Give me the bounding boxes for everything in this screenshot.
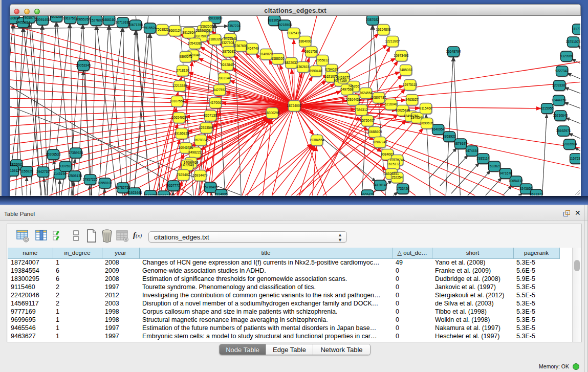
table-cell[interactable]: 2008 (102, 258, 139, 267)
table-cell[interactable]: 9115460 (8, 283, 53, 291)
table-cell[interactable]: 18300295 (8, 275, 53, 283)
table-cell[interactable]: 18724007 (8, 258, 53, 267)
tab-edge-table[interactable]: Edge Table (266, 344, 313, 355)
column-header-name[interactable]: name (8, 248, 53, 258)
table-vertical-scrollbar[interactable] (572, 248, 581, 342)
table-cell[interactable]: 9463627 (8, 332, 53, 340)
column-header-title[interactable]: title (139, 248, 393, 258)
table-row[interactable]: 911546021997Tourette syndrome. Phenomeno… (8, 283, 559, 291)
table-cell[interactable]: 5.3E-5 (513, 283, 559, 291)
table-cell[interactable]: 1 (53, 258, 102, 267)
table-cell[interactable]: Structural magnetic resonance image aver… (139, 316, 393, 324)
table-cell[interactable]: Nakamura et al. (1997) (432, 324, 513, 332)
table-cell[interactable]: 1 (53, 316, 102, 324)
table-cell[interactable]: Genome-wide association studies in ADHD. (139, 267, 393, 275)
table-cell[interactable]: 0 (393, 324, 432, 332)
tab-network-table[interactable]: Network Table (313, 344, 370, 355)
table-cell[interactable]: 2 (53, 291, 102, 299)
column-icon[interactable] (35, 229, 48, 243)
table-cell[interactable]: Changes of HCN gene expression and I(f) … (139, 258, 393, 267)
table-cell[interactable]: 1997 (102, 332, 139, 340)
table-row[interactable]: 977716911998Corpus callosum shape and si… (8, 308, 559, 316)
row-height-icon[interactable] (70, 229, 83, 243)
table-row[interactable]: 2242004622012Investigating the contribut… (8, 291, 559, 299)
table-cell[interactable]: 5.3E-5 (513, 308, 559, 316)
table-cell[interactable]: 1998 (102, 308, 139, 316)
table-cell[interactable]: 9777169 (8, 308, 53, 316)
table-cell[interactable]: Tibbo et al. (1998) (432, 308, 513, 316)
table-cell[interactable]: Yano et al. (2008) (432, 258, 513, 267)
table-settings-icon[interactable] (16, 229, 30, 243)
attribute-table[interactable]: namein_degreeyeartitle△ out_de…shortpage… (8, 248, 573, 342)
table-cell[interactable]: 1 (53, 324, 102, 332)
table-header-row[interactable]: namein_degreeyeartitle△ out_de…shortpage… (8, 248, 559, 258)
table-row[interactable]: 946362711997Embryonic stem cells: a mode… (8, 332, 559, 340)
float-window-icon[interactable] (563, 210, 570, 217)
table-cell[interactable]: 5.3E-5 (513, 332, 559, 340)
table-cell[interactable]: 1997 (102, 283, 139, 291)
table-cell[interactable]: 0 (393, 267, 432, 275)
new-document-icon[interactable] (85, 229, 98, 243)
table-cell[interactable]: Disruption of a novel member of a sodium… (139, 299, 393, 308)
table-cell[interactable]: Tourette syndrome. Phenomenology and cla… (139, 283, 393, 291)
table-cell[interactable]: 2009 (102, 267, 139, 275)
table-row[interactable]: 1872400712008Changes of HCN gene express… (8, 258, 559, 267)
table-cell[interactable]: 9699695 (8, 316, 53, 324)
close-icon[interactable]: ✕ (575, 209, 583, 218)
table-cell[interactable]: 0 (393, 332, 432, 340)
table-cell[interactable]: 5.6E-5 (513, 267, 559, 275)
scrollbar-thumb[interactable] (574, 260, 580, 271)
table-row[interactable]: 1938455462009Genome-wide association stu… (8, 267, 559, 275)
table-cell[interactable]: 2003 (102, 299, 139, 308)
table-cell[interactable]: de Silva et al. (2003) (432, 299, 513, 308)
column-header-year[interactable]: year (102, 248, 139, 258)
memory-status-icon[interactable] (573, 363, 579, 370)
table-cell[interactable]: Corpus callosum shape and size in male p… (139, 308, 393, 316)
column-header-in_degree[interactable]: in_degree (53, 248, 102, 258)
table-cell[interactable]: 1 (53, 332, 102, 340)
table-cell[interactable]: Jankovic et al. (1997) (432, 283, 513, 291)
column-header-short[interactable]: short (432, 248, 513, 258)
delete-icon[interactable] (100, 229, 114, 243)
table-cell[interactable]: 1997 (102, 324, 139, 332)
table-cell[interactable]: 5.3E-5 (513, 324, 559, 332)
table-cell[interactable]: Embryonic stem cells: a model to study s… (139, 332, 393, 340)
table-cell[interactable]: 5.3E-5 (513, 258, 559, 267)
table-cell[interactable]: 6 (53, 275, 102, 283)
table-cell[interactable]: 0 (393, 299, 432, 308)
table-cell[interactable]: 14569117 (8, 299, 53, 308)
table-cell[interactable]: Dudbridge et al. (2008) (432, 275, 513, 283)
table-cell[interactable]: 0 (393, 308, 432, 316)
table-cell[interactable]: 0 (393, 316, 432, 324)
table-source-dropdown[interactable]: citations_edges.txt ▲▼ (148, 231, 347, 243)
table-cell[interactable]: 19384554 (8, 267, 53, 275)
table-cell[interactable]: 9465546 (8, 324, 53, 332)
table-cell[interactable]: Estimation of significance thresholds fo… (139, 275, 393, 283)
table-cell[interactable]: 1998 (102, 316, 139, 324)
table-cell[interactable]: 2012 (102, 291, 139, 299)
table-cell[interactable]: Estimation of the future numbers of pati… (139, 324, 393, 332)
table-cell[interactable]: Stergiakouli et al. (2012) (432, 291, 513, 299)
table-row[interactable]: 1456911722003Disruption of a novel membe… (8, 299, 559, 308)
table-cell[interactable]: 5.5E-5 (513, 291, 559, 299)
table-cell[interactable]: 2 (53, 299, 102, 308)
table-cell[interactable]: Franke et al. (2009) (432, 267, 513, 275)
table-cell[interactable]: 49 (393, 258, 432, 267)
table-cell[interactable]: 2008 (102, 275, 139, 283)
table-cell[interactable]: 0 (393, 291, 432, 299)
select-rows-icon[interactable] (52, 229, 66, 243)
network-graph-canvas[interactable]: 2620694140557147905074200914069605259106… (10, 16, 580, 195)
table-row[interactable]: 969969511998Structural magnetic resonanc… (8, 316, 559, 324)
table-cell[interactable]: 6 (53, 267, 102, 275)
table-cell[interactable]: 0 (393, 283, 432, 291)
table-cell[interactable]: 5.9E-5 (513, 275, 559, 283)
table-cell[interactable]: Hescheler et al. (1997) (432, 332, 513, 340)
table-cell[interactable]: 1 (53, 308, 102, 316)
table-row[interactable]: 946554611997Estimation of the future num… (8, 324, 559, 332)
table-row[interactable]: 1830029562008Estimation of significance … (8, 275, 559, 283)
column-header-out_de[interactable]: △ out_de… (393, 248, 432, 258)
function-icon[interactable]: f(x) (133, 231, 148, 245)
table-cell[interactable]: 5.3E-5 (513, 299, 559, 308)
window-title-bar[interactable]: citations_edges.txt (10, 4, 581, 16)
table-cell[interactable]: 0 (393, 275, 432, 283)
